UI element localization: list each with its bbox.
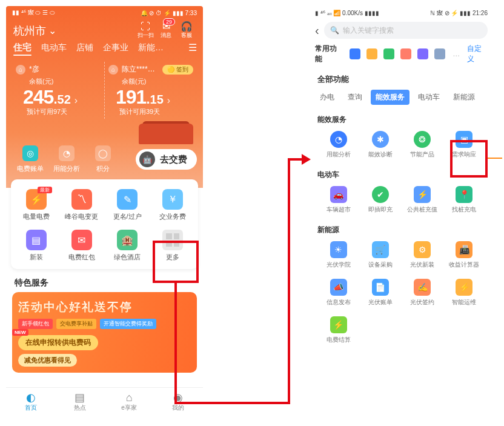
function-item[interactable]: 📣 信息发布 xyxy=(317,275,359,313)
account-name: *彦 xyxy=(29,64,39,75)
function-icon: ✱ xyxy=(372,131,389,148)
nav-item[interactable]: ◐首页 xyxy=(6,388,55,420)
quick-icon[interactable] xyxy=(366,48,377,59)
function-item[interactable]: ✔ 即插即充 xyxy=(359,182,401,220)
section-title: 新能源 xyxy=(317,225,485,235)
quick-icon[interactable] xyxy=(350,48,360,59)
customize-button[interactable]: 自定义 xyxy=(467,44,488,64)
section-title: 能效服务 xyxy=(317,115,485,125)
bill-button[interactable]: ◎ 电费账单 xyxy=(12,145,48,173)
function-label: 节能产品 xyxy=(402,150,443,159)
function-label: 信息发布 xyxy=(317,298,359,307)
scan-button[interactable]: ⛶ 扫一扫 xyxy=(135,22,156,39)
function-item[interactable]: ⚡ 公共桩充值 xyxy=(402,182,443,220)
promo-banner[interactable]: 活动中心好礼送不停 新手领红包交电费享补贴开通智能交费得奖励 在线申报转供电费码… xyxy=(12,292,197,373)
function-icon: ⚙ xyxy=(414,241,431,258)
balance-label: 余额(元) xyxy=(122,77,193,86)
analysis-button[interactable]: ◔ 用能分析 xyxy=(48,145,85,173)
function-item[interactable]: ￥ 交业务费 xyxy=(150,185,196,226)
quick-icon[interactable] xyxy=(383,48,394,59)
quick-icon[interactable] xyxy=(417,48,428,59)
scan-icon: ⛶ xyxy=(135,22,156,32)
all-functions-title: 全部功能 xyxy=(309,70,494,88)
account-card[interactable]: ⌂ *彦 余额(元) 245 . 52 › 预计可用97天 xyxy=(12,62,105,119)
quick-icon[interactable] xyxy=(400,48,411,59)
function-label: 光伏账单 xyxy=(359,298,401,307)
category-tab[interactable]: 企事业 xyxy=(103,42,128,53)
search-row: ‹ 🔍 输入关键字搜索 xyxy=(309,19,494,42)
subcategory-tab[interactable]: 新能源 xyxy=(448,90,480,105)
guide-arrow xyxy=(174,283,177,404)
function-item[interactable]: ▤ 新装 xyxy=(13,226,59,267)
city-select[interactable]: 杭州市 xyxy=(13,24,46,38)
function-item[interactable]: ☀ 光伏学院 xyxy=(317,238,359,275)
function-section: 新能源☀ 光伏学院🛒 设备采购⚙ 光伏新装📠 收益计算器📣 信息发布📄 光伏账单… xyxy=(309,220,494,350)
quick-label: 常用功能 xyxy=(315,44,342,64)
nav-item[interactable]: ▤热点 xyxy=(55,388,104,420)
function-item[interactable]: ❂ 节能产品 xyxy=(402,127,443,165)
function-label: 用能分析 xyxy=(317,150,359,159)
subcategory-tab[interactable]: 电动车 xyxy=(413,90,445,105)
function-icon: 〽 xyxy=(71,189,92,210)
go-pay-button[interactable]: 🤖 去交费 xyxy=(136,149,197,170)
banner-title: 活动中心好礼送不停 xyxy=(18,299,191,315)
function-item[interactable]: 📄 光伏账单 xyxy=(359,275,401,313)
function-icon: 🏨 xyxy=(117,230,138,250)
category-tab[interactable]: 电动车 xyxy=(41,42,67,53)
function-label: 光伏学院 xyxy=(317,261,359,269)
customer-service-button[interactable]: 🎧 客服 xyxy=(176,22,197,39)
banner-button[interactable]: 在线申报转供电费码 xyxy=(18,335,98,350)
subcategory-tab[interactable]: 查询 xyxy=(343,90,367,105)
status-bar: ▮ ⁴⁶ ₐₗₗ 📶 0.00K/s ▮▮▮▮ ℕ 🕸 ⊘ ⚡ ▮▮▮ 21:2… xyxy=(309,6,494,19)
home-icon: ⌂ xyxy=(16,65,25,75)
function-icon: 📍 xyxy=(456,186,472,203)
function-icon: ✍ xyxy=(414,279,431,296)
function-item[interactable]: ✱ 能效诊断 xyxy=(359,127,401,165)
function-icon: 📣 xyxy=(330,279,347,296)
function-item[interactable]: 最新 ⚡ 电量电费 xyxy=(13,185,59,226)
function-item[interactable]: 〽 峰谷电变更 xyxy=(59,185,104,226)
function-item[interactable]: ◔ 用能分析 xyxy=(317,127,359,165)
function-label: 能效诊断 xyxy=(359,150,401,159)
category-tab[interactable]: 住宅 xyxy=(13,42,31,53)
messages-button[interactable]: ✉ 29 消息 xyxy=(156,22,176,39)
function-item[interactable]: 🚗 车辆超市 xyxy=(317,182,359,220)
nav-icon: ▤ xyxy=(55,391,104,404)
nav-item[interactable]: ⌂e享家 xyxy=(105,388,154,420)
pointer-line xyxy=(488,158,502,159)
function-item[interactable]: 🛒 设备采购 xyxy=(359,238,401,275)
function-label: 新装 xyxy=(13,253,59,262)
quick-icon[interactable] xyxy=(434,48,445,59)
home-icon: ⌂ xyxy=(108,65,118,75)
function-item[interactable]: ⚙ 光伏新装 xyxy=(402,238,443,275)
function-icon: ❂ xyxy=(414,131,431,148)
function-label: 即插即充 xyxy=(359,205,401,214)
function-icon: ⚡ xyxy=(330,316,347,333)
back-button[interactable]: ‹ xyxy=(315,24,319,38)
function-item[interactable]: ✍ 光伏签约 xyxy=(402,275,443,313)
chevron-right-icon: › xyxy=(167,95,170,106)
function-icon: 📠 xyxy=(456,241,472,258)
function-item[interactable]: ✎ 更名/过户 xyxy=(105,185,150,226)
search-input[interactable]: 🔍 输入关键字搜索 xyxy=(324,22,488,39)
function-item[interactable]: ⚡ 智能运维 xyxy=(443,275,485,313)
menu-icon[interactable]: ☰ xyxy=(188,42,197,53)
function-item[interactable]: ⚡ 电费结算 xyxy=(317,313,359,350)
category-tab[interactable]: 店铺 xyxy=(76,42,93,53)
new-tag: 最新 xyxy=(38,187,52,193)
function-item[interactable]: ✉ 电费红包 xyxy=(59,226,104,267)
city-bar: 杭州市 ⌄ ⛶ 扫一扫 ✉ 29 消息 🎧 客服 xyxy=(6,19,203,42)
subcategory-tab[interactable]: 能效服务 xyxy=(371,90,409,105)
balance-int: 245 xyxy=(23,86,53,108)
function-icon: ⚡ xyxy=(414,186,431,203)
signin-button[interactable]: 🟡 签到 xyxy=(162,65,193,75)
points-button[interactable]: ◯ 积分 xyxy=(85,145,121,173)
balance-label: 余额(元) xyxy=(29,77,101,86)
account-card[interactable]: ⌂ 陈立****… 🟡 签到 余额(元) 191 . 15 › 预计可用39天 xyxy=(105,62,197,119)
function-item[interactable]: 📍 找桩充电 xyxy=(443,182,485,220)
function-item[interactable]: 📠 收益计算器 xyxy=(443,238,485,275)
category-tab[interactable]: 新能… xyxy=(138,42,164,53)
function-item[interactable]: 🏨 绿色酒店 xyxy=(105,226,150,267)
subcategory-tab[interactable]: 办电 xyxy=(315,90,339,105)
function-label: 找桩充电 xyxy=(443,205,485,214)
